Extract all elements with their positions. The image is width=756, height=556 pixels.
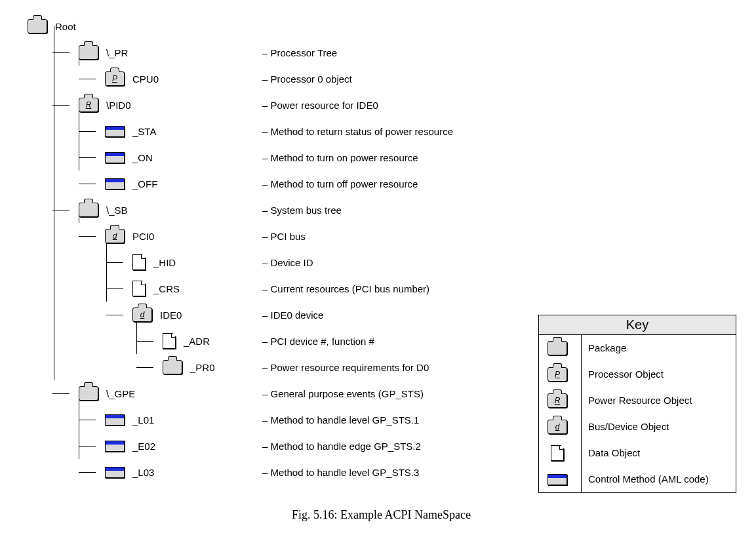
- node-label: _STA: [132, 126, 156, 137]
- node-label: \_GPE: [106, 388, 135, 399]
- node-label: _HID: [153, 257, 176, 268]
- node-description: – Method to turn on power resource: [262, 152, 418, 163]
- control-method-icon: [105, 414, 125, 426]
- node-description: – Current resources (PCI bus number): [262, 283, 429, 294]
- package-icon: [163, 360, 182, 374]
- legend-row-processor: Processor Object: [539, 361, 736, 387]
- tree-node-root: Root: [13, 13, 749, 39]
- tree-node-off: _OFF – Method to turn off power resource: [13, 170, 749, 197]
- node-label: \_PR: [106, 47, 128, 58]
- package-icon: [79, 45, 98, 60]
- processor-object-icon: [105, 71, 125, 86]
- node-description: – Device ID: [262, 257, 313, 268]
- node-description: – Method to handle level GP_STS.1: [262, 414, 419, 426]
- bus-device-object-icon: [105, 229, 125, 243]
- legend-label: Power Resource Object: [582, 395, 736, 407]
- legend-label: Package: [582, 343, 736, 354]
- control-method-icon: [105, 467, 125, 478]
- node-description: – Power resource requirements for D0: [262, 362, 429, 373]
- node-label: _E02: [132, 441, 155, 452]
- tree-node-hid: _HID – Device ID: [13, 249, 749, 275]
- data-object-icon: [132, 281, 146, 296]
- node-description: – IDE0 device: [262, 309, 323, 321]
- tree-node-pr: \_PR – Processor Tree: [13, 39, 749, 66]
- package-icon: [79, 203, 98, 217]
- node-label: _OFF: [132, 178, 157, 189]
- power-resource-object-icon: [547, 393, 567, 408]
- package-icon: [79, 386, 98, 401]
- power-resource-object-icon: [79, 98, 98, 112]
- legend-row-bus-device: Bus/Device Object: [539, 414, 736, 440]
- node-description: – Processor Tree: [262, 47, 337, 58]
- node-label: \_SB: [106, 205, 128, 216]
- tree-node-pci0: PCI0 – PCI bus: [13, 223, 749, 249]
- legend-row-power-resource: Power Resource Object: [539, 387, 736, 414]
- legend-label: Processor Object: [582, 369, 736, 380]
- node-label: _ADR: [184, 336, 210, 347]
- node-description: – Method to turn off power resource: [262, 178, 418, 189]
- control-method-icon: [547, 474, 567, 485]
- legend-row-data-object: Data Object: [539, 440, 736, 466]
- node-label: _ON: [132, 152, 153, 163]
- legend-label: Bus/Device Object: [582, 422, 736, 433]
- processor-object-icon: [547, 367, 567, 382]
- figure-caption: Fig. 5.16: Example ACPI NameSpace: [13, 508, 749, 522]
- control-method-icon: [105, 178, 125, 189]
- tree-node-on: _ON – Method to turn on power resource: [13, 144, 749, 170]
- legend-row-control-method: Control Method (AML code): [539, 466, 736, 492]
- control-method-icon: [105, 152, 125, 163]
- node-label: _L01: [132, 414, 154, 426]
- bus-device-object-icon: [132, 308, 152, 322]
- node-label: Root: [55, 21, 76, 32]
- tree-node-pid0: \PID0 – Power resource for IDE0: [13, 92, 749, 118]
- control-method-icon: [105, 441, 125, 452]
- data-object-icon: [132, 254, 146, 270]
- node-label: _L03: [132, 467, 154, 478]
- node-label: PCI0: [132, 231, 154, 242]
- legend-label: Control Method (AML code): [582, 474, 736, 485]
- package-icon: [547, 341, 567, 355]
- node-label: _PR0: [190, 362, 215, 373]
- legend-row-package: Package: [539, 335, 736, 361]
- node-description: – PCI bus: [262, 231, 306, 242]
- tree-node-cpu0: CPU0 – Processor 0 object: [13, 66, 749, 92]
- node-description: – Method to return status of power resou…: [262, 126, 453, 137]
- node-description: – Method to handle edge GP_STS.2: [262, 441, 421, 452]
- legend-key: Key Package Processor Object Power Resou…: [538, 315, 736, 493]
- node-label: \PID0: [106, 100, 131, 111]
- node-label: CPU0: [132, 73, 159, 85]
- package-icon: [28, 19, 47, 33]
- node-description: – Method to handle level GP_STS.3: [262, 467, 419, 478]
- data-object-icon: [551, 445, 564, 461]
- node-description: – Processor 0 object: [262, 73, 352, 85]
- data-object-icon: [163, 333, 176, 349]
- node-label: _CRS: [153, 283, 180, 294]
- tree-node-sta: _STA – Method to return status of power …: [13, 118, 749, 144]
- tree-node-crs: _CRS – Current resources (PCI bus number…: [13, 275, 749, 302]
- legend-title: Key: [539, 315, 736, 335]
- node-description: – Power resource for IDE0: [262, 100, 378, 111]
- tree-node-sb: \_SB – System bus tree: [13, 197, 749, 223]
- node-description: – System bus tree: [262, 205, 342, 216]
- node-description: – PCI device #, function #: [262, 336, 374, 347]
- bus-device-object-icon: [547, 420, 567, 434]
- node-label: IDE0: [160, 309, 182, 321]
- node-description: – General purpose events (GP_STS): [262, 388, 424, 399]
- control-method-icon: [105, 126, 125, 137]
- legend-label: Data Object: [582, 448, 736, 459]
